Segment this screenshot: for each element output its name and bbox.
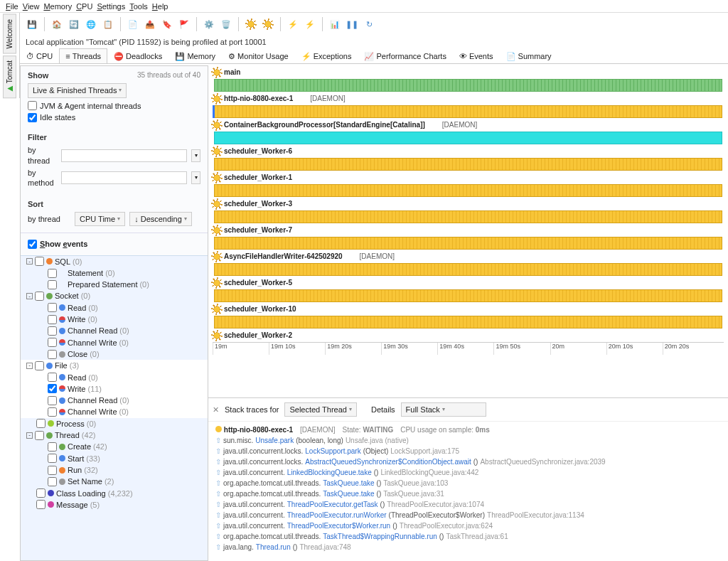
filter-method-input[interactable] — [61, 171, 187, 184]
tree-checkbox[interactable] — [48, 466, 57, 475]
tree-node-run[interactable]: Run (32) — [21, 464, 208, 476]
thread-row[interactable]: scheduler_Worker-7 — [210, 224, 727, 250]
pause-icon[interactable]: ❚❚ — [344, 16, 360, 32]
sort-dir-dropdown[interactable]: ↓ Descending — [129, 212, 192, 226]
thread-timeline-list[interactable]: main http-nio-8080-exec-1[DAEMON] Contai… — [208, 65, 728, 397]
thread-row[interactable]: ContainerBackgroundProcessor[StandardEng… — [210, 119, 727, 144]
gear-delete-icon[interactable] — [260, 16, 276, 32]
tree-node-channel-write[interactable]: Channel Write (0) — [21, 337, 208, 348]
tree-node-message[interactable]: Message (5) — [21, 499, 208, 511]
bolt-icon[interactable]: ⚡ — [285, 16, 301, 32]
stack-frame[interactable]: ⇧java.util.concurrent.LinkedBlockingQueu… — [215, 467, 721, 478]
tab-monitor-usage[interactable]: ⚙Monitor Usage — [222, 48, 295, 63]
tree-checkbox[interactable] — [35, 257, 44, 266]
tree-node-start[interactable]: Start (33) — [21, 453, 208, 464]
trash-icon[interactable]: 🗑️ — [218, 16, 234, 32]
stack-frame[interactable]: ⇧java.util.concurrent.ThreadPoolExecutor… — [215, 510, 721, 520]
tree-node-channel-read[interactable]: Channel Read (0) — [21, 325, 208, 336]
tree-node-process[interactable]: Process (0) — [21, 418, 208, 429]
tree-node-prepared-statement[interactable]: Prepared Statement (0) — [21, 279, 208, 290]
stack-frame[interactable]: ⇧java.lang.Thread.run() Thread.java:748 — [215, 542, 721, 552]
jvm-threads-checkbox[interactable]: JVM & Agent internal threads — [28, 101, 200, 111]
thread-row[interactable]: scheduler_Worker-3 — [210, 198, 727, 223]
stack-frame[interactable]: ⇧java.util.concurrent.ThreadPoolExecutor… — [215, 499, 721, 510]
stack-frame[interactable]: ⇧org.apache.tomcat.util.threads.TaskQueu… — [215, 488, 721, 499]
tree-checkbox[interactable] — [35, 292, 44, 301]
vtab-tomcat[interactable]: ▶Tomcat — [3, 55, 16, 98]
close-stack-icon[interactable]: ✕ — [213, 405, 219, 415]
tab-exceptions[interactable]: ⚡Exceptions — [295, 48, 358, 63]
thread-row[interactable]: http-nio-8080-exec-1[DAEMON] — [210, 92, 727, 118]
tab-performance-charts[interactable]: 📈Performance Charts — [358, 48, 452, 63]
thread-bar[interactable] — [214, 289, 722, 302]
thread-bar[interactable] — [214, 132, 722, 144]
tree-checkbox[interactable] — [48, 326, 57, 336]
thread-row[interactable]: main — [210, 66, 727, 92]
stack-frame[interactable]: ⇧sun.misc.Unsafe.park(boolean, long) Uns… — [215, 435, 721, 446]
stack-frame[interactable]: ⇧org.apache.tomcat.util.threads.TaskThre… — [215, 531, 721, 542]
tree-checkbox[interactable] — [48, 269, 57, 278]
tree-checkbox[interactable] — [48, 315, 57, 324]
tree-node-set-name[interactable]: Set Name (2) — [21, 476, 208, 487]
refresh-icon[interactable]: 🔄 — [66, 16, 82, 32]
tab-memory[interactable]: 💾Memory — [168, 48, 222, 63]
tree-checkbox[interactable] — [48, 303, 57, 312]
show-events-checkbox[interactable]: Show events — [28, 239, 200, 249]
tree-checkbox[interactable] — [48, 373, 57, 382]
tree-node-class-loading[interactable]: Class Loading (4,232) — [21, 488, 208, 499]
menu-help[interactable]: Help — [152, 1, 168, 11]
tree-checkbox[interactable] — [35, 431, 44, 440]
tree-checkbox[interactable] — [48, 338, 57, 347]
tree-checkbox[interactable] — [48, 407, 57, 417]
show-mode-dropdown[interactable]: Live & Finished Threads — [28, 83, 127, 97]
tree-node-thread[interactable]: -Thread (42) — [21, 429, 208, 441]
stack-frame[interactable]: ⇧java.util.concurrent.locks.LockSupport.… — [215, 446, 721, 456]
filter-method-combo[interactable]: ▾ — [191, 171, 200, 184]
thread-row[interactable]: scheduler_Worker-6 — [210, 145, 727, 171]
tab-events[interactable]: 👁Events — [453, 48, 500, 63]
thread-row[interactable]: scheduler_Worker-1 — [210, 171, 727, 197]
filter-thread-combo[interactable]: ▾ — [191, 149, 200, 162]
stack-frame[interactable]: ⇧org.apache.tomcat.util.threads.TaskQueu… — [215, 478, 721, 488]
tree-checkbox[interactable] — [48, 454, 57, 463]
world-cancel-icon[interactable]: 🌐 — [83, 16, 99, 32]
thread-row[interactable]: scheduler_Worker-2 — [210, 329, 727, 341]
tree-node-read[interactable]: Read (0) — [21, 302, 208, 314]
chart-icon[interactable]: 📊 — [327, 16, 343, 32]
thread-bar[interactable] — [214, 158, 722, 171]
tree-toggle[interactable]: - — [26, 363, 33, 369]
menu-memory[interactable]: Memory — [43, 1, 72, 11]
thread-bar[interactable] — [214, 105, 722, 118]
tab-deadlocks[interactable]: ⛔Deadlocks — [107, 48, 168, 63]
tree-node-sql[interactable]: -SQL (0) — [21, 256, 208, 267]
thread-row[interactable]: AsyncFileHandlerWriter-642502920[DAEMON] — [210, 250, 727, 276]
tree-toggle[interactable]: - — [26, 432, 33, 439]
tab-summary[interactable]: 📄Summary — [500, 48, 558, 63]
tree-checkbox[interactable] — [36, 419, 46, 428]
vtab-welcome[interactable]: Welcome — [3, 14, 16, 54]
tree-checkbox[interactable] — [48, 384, 57, 393]
tree-node-write[interactable]: Write (0) — [21, 314, 208, 325]
stack-frame[interactable]: ⇧java.util.concurrent.locks.AbstractQueu… — [215, 456, 721, 467]
menu-file[interactable]: File — [6, 1, 18, 11]
flag-icon[interactable]: 🚩 — [176, 16, 192, 32]
thread-bar[interactable] — [214, 316, 722, 328]
tree-checkbox[interactable] — [48, 396, 57, 405]
tree-checkbox[interactable] — [48, 280, 57, 289]
tree-node-create[interactable]: Create (42) — [21, 441, 208, 452]
tab-threads[interactable]: ≡Threads — [59, 48, 107, 63]
tree-node-read[interactable]: Read (0) — [21, 372, 208, 383]
thread-bar[interactable] — [214, 263, 722, 276]
save-icon[interactable]: 💾 — [24, 16, 40, 32]
tree-node-channel-write[interactable]: Channel Write (0) — [21, 406, 208, 417]
tree-node-file[interactable]: -File (3) — [21, 360, 208, 371]
home-icon[interactable]: 🏠 — [49, 16, 65, 32]
thread-bar[interactable] — [214, 79, 722, 92]
thread-row[interactable]: scheduler_Worker-5 — [210, 277, 727, 302]
stack-frame[interactable]: ⇧java.util.concurrent.ThreadPoolExecutor… — [215, 520, 721, 531]
sort-field-dropdown[interactable]: CPU Time — [75, 212, 125, 226]
tree-node-channel-read[interactable]: Channel Read (0) — [21, 395, 208, 406]
tree-checkbox[interactable] — [48, 442, 57, 452]
thread-row[interactable]: scheduler_Worker-10 — [210, 303, 727, 328]
snapshot-icon[interactable]: 📋 — [100, 16, 116, 32]
